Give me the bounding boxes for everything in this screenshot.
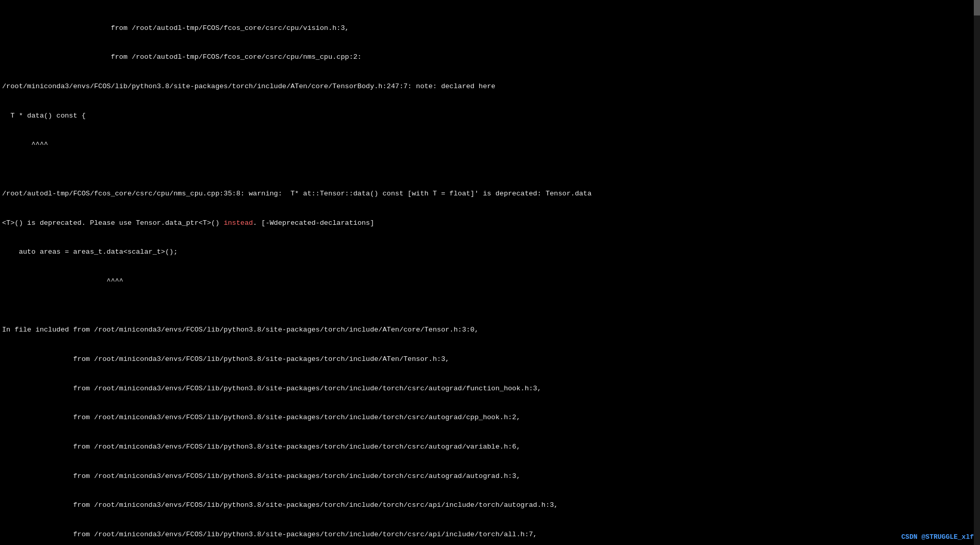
terminal-line: from /root/autodl-tmp/FCOS/fcos_core/csr… bbox=[2, 24, 978, 34]
terminal-line: from /root/miniconda3/envs/FCOS/lib/pyth… bbox=[2, 442, 978, 452]
terminal-line: from /root/autodl-tmp/FCOS/fcos_core/csr… bbox=[2, 53, 978, 62]
terminal-line: from /root/miniconda3/envs/FCOS/lib/pyth… bbox=[2, 472, 978, 482]
terminal-line: from /root/miniconda3/envs/FCOS/lib/pyth… bbox=[2, 530, 978, 540]
terminal-line: /root/autodl-tmp/FCOS/fcos_core/csrc/cpu… bbox=[2, 189, 978, 199]
terminal-line: from /root/miniconda3/envs/FCOS/lib/pyth… bbox=[2, 501, 978, 510]
terminal-line: from /root/miniconda3/envs/FCOS/lib/pyth… bbox=[2, 384, 978, 394]
terminal-content: from /root/autodl-tmp/FCOS/fcos_core/csr… bbox=[2, 4, 978, 545]
terminal-line: <T>() is deprecated. Please use Tensor.d… bbox=[2, 219, 978, 228]
watermark: CSDN @STRUGGLE_xlf bbox=[902, 533, 974, 541]
terminal-line: ^^^^ bbox=[2, 277, 978, 287]
terminal-line: In file included from /root/miniconda3/e… bbox=[2, 325, 978, 335]
scrollbar-thumb[interactable] bbox=[974, 0, 980, 15]
scrollbar[interactable] bbox=[974, 0, 980, 545]
terminal-container: from /root/autodl-tmp/FCOS/fcos_core/csr… bbox=[0, 0, 980, 545]
terminal-line: T * data() const { bbox=[2, 111, 978, 121]
terminal-line: from /root/miniconda3/envs/FCOS/lib/pyth… bbox=[2, 355, 978, 365]
terminal-line: from /root/miniconda3/envs/FCOS/lib/pyth… bbox=[2, 413, 978, 423]
terminal-line: auto areas = areas_t.data<scalar_t>(); bbox=[2, 247, 978, 257]
terminal-line: ^^^^ bbox=[2, 140, 978, 150]
terminal-line: /root/miniconda3/envs/FCOS/lib/python3.8… bbox=[2, 82, 978, 92]
